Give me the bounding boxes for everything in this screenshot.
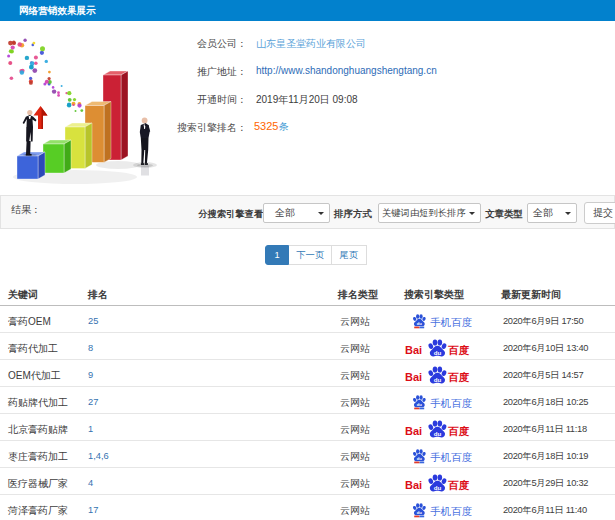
- svg-text:du: du: [417, 321, 423, 326]
- svg-text:du: du: [417, 510, 423, 515]
- svg-text:du: du: [417, 402, 423, 407]
- svg-text:du: du: [434, 349, 442, 356]
- svg-text:du: du: [434, 376, 442, 383]
- svg-text:du: du: [434, 430, 442, 437]
- svg-text:du: du: [417, 456, 423, 461]
- svg-text:du: du: [434, 484, 442, 491]
